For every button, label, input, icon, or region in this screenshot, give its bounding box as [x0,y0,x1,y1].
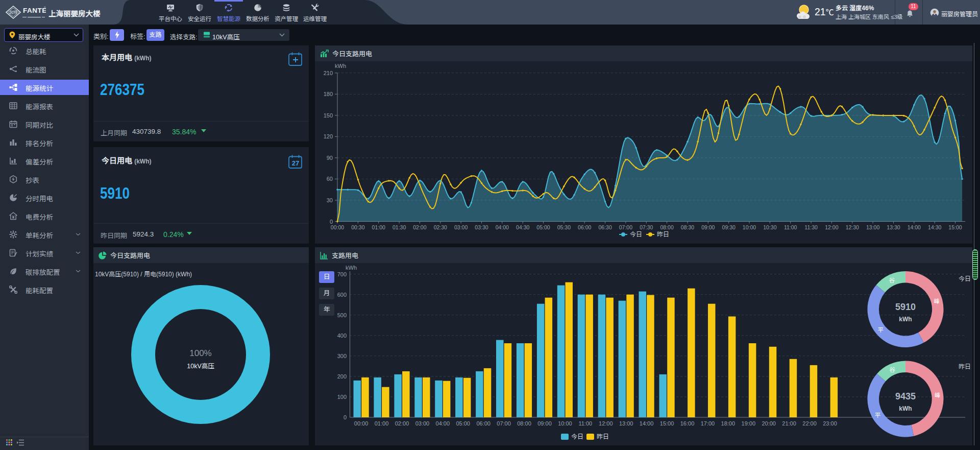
svg-text:今日: 今日 [959,275,971,282]
svg-text:谷: 谷 [889,367,895,373]
svg-text:300: 300 [337,353,347,359]
svg-text:22:00: 22:00 [802,420,817,427]
svg-text:kWh: kWh [899,316,912,323]
svg-text:09:00: 09:00 [701,224,715,230]
svg-text:昨日: 昨日 [597,433,609,440]
svg-text:峰: 峰 [935,392,941,398]
svg-text:100: 100 [337,394,347,400]
svg-text:13:00: 13:00 [866,224,879,230]
svg-text:kWh: kWh [335,63,346,69]
svg-text:04:30: 04:30 [516,224,529,230]
svg-text:30: 30 [327,197,333,203]
svg-text:kWh: kWh [899,405,912,412]
svg-text:05:00: 05:00 [456,420,470,427]
svg-text:21:00: 21:00 [782,420,796,427]
svg-text:210: 210 [324,70,333,76]
svg-text:9435: 9435 [895,391,916,401]
svg-text:今日: 今日 [630,231,642,238]
svg-text:12:30: 12:30 [846,224,859,230]
svg-text:23:00: 23:00 [823,420,837,427]
svg-text:18:00: 18:00 [721,420,736,427]
svg-text:11:00: 11:00 [578,420,592,427]
svg-text:17:00: 17:00 [701,420,715,427]
svg-text:06:00: 06:00 [476,420,491,427]
svg-text:27: 27 [292,159,299,167]
svg-text:02:00: 02:00 [395,420,409,427]
svg-text:10:00: 10:00 [743,224,756,230]
svg-text:06:30: 06:30 [598,224,611,230]
svg-text:00:00: 00:00 [331,224,344,230]
svg-text:60: 60 [327,176,333,182]
svg-text:09:30: 09:30 [722,224,736,230]
svg-text:06:00: 06:00 [578,224,591,230]
svg-text:13:00: 13:00 [619,420,633,427]
svg-text:14:30: 14:30 [928,224,941,230]
svg-text:10:00: 10:00 [558,420,572,427]
svg-text:01:00: 01:00 [375,420,389,427]
svg-text:FANTE: FANTE [23,7,46,14]
svg-text:15:00: 15:00 [660,420,674,427]
svg-text:0: 0 [344,414,347,420]
svg-text:昨日: 昨日 [959,363,971,370]
svg-text:05:00: 05:00 [536,224,550,230]
svg-text:02:00: 02:00 [413,224,426,230]
svg-text:500: 500 [337,312,347,318]
svg-text:180: 180 [324,91,333,97]
svg-text:15:00: 15:00 [948,224,962,230]
svg-text:04:00: 04:00 [436,420,450,427]
svg-text:01:30: 01:30 [393,224,406,230]
svg-text:12:00: 12:00 [825,224,838,230]
svg-text:11:00: 11:00 [784,224,797,230]
svg-text:0: 0 [330,219,333,225]
svg-text:01:00: 01:00 [372,224,385,230]
svg-text:04:00: 04:00 [496,224,509,230]
svg-text:®: ® [44,6,46,9]
svg-text:平: 平 [878,327,884,333]
svg-text:400: 400 [337,333,347,339]
svg-text:谷: 谷 [889,277,895,283]
svg-text:10:30: 10:30 [763,224,776,230]
svg-text:风特: 风特 [9,9,17,15]
svg-text:200: 200 [337,373,347,380]
svg-text:03:00: 03:00 [415,420,430,427]
svg-text:14:00: 14:00 [908,224,921,230]
svg-text:00:00: 00:00 [354,420,369,427]
svg-text:150: 150 [324,112,333,119]
svg-text:07:00: 07:00 [497,420,511,427]
svg-text:00:30: 00:30 [351,224,364,230]
svg-text:5910: 5910 [895,302,916,312]
svg-text:05:30: 05:30 [557,224,571,230]
svg-text:08:30: 08:30 [681,224,694,230]
svg-text:12:00: 12:00 [599,420,613,427]
svg-text:90: 90 [327,155,333,161]
svg-text:08:00: 08:00 [517,420,531,427]
svg-text:08:00: 08:00 [660,224,673,230]
svg-text:13:30: 13:30 [887,224,900,230]
svg-text:11:30: 11:30 [804,224,818,230]
svg-text:14:00: 14:00 [640,420,654,427]
svg-text:700: 700 [337,271,347,277]
svg-text:今日: 今日 [571,433,583,440]
svg-text:120: 120 [324,133,333,139]
svg-text:峰: 峰 [934,298,940,304]
svg-text:20:00: 20:00 [762,420,776,427]
svg-text:07:00: 07:00 [619,224,632,230]
svg-text:平: 平 [875,412,881,418]
svg-text:03:30: 03:30 [475,224,488,230]
svg-text:03:00: 03:00 [454,224,468,230]
svg-text:16:00: 16:00 [680,420,695,427]
svg-text:02:30: 02:30 [434,224,447,230]
svg-text:600: 600 [337,292,347,298]
svg-text:19:00: 19:00 [742,420,756,427]
svg-text:09:00: 09:00 [537,420,552,427]
svg-text:07:30: 07:30 [640,224,653,230]
svg-text:昨日: 昨日 [657,231,669,238]
svg-text:kWh: kWh [346,265,357,271]
